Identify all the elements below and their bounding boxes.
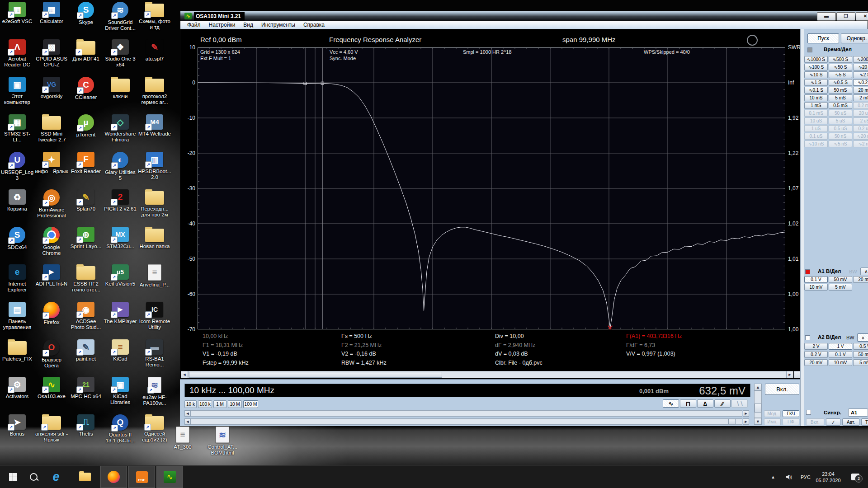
desktop-icon[interactable]: ≡Anvelina_P...: [137, 264, 172, 288]
waveform-button[interactable]: ∆: [697, 399, 713, 408]
time-div-button[interactable]: 0.1 mS: [804, 110, 828, 117]
desktop-icon[interactable]: ⎍↗Thetis: [69, 414, 103, 437]
time-div-button[interactable]: ∿10 S: [804, 71, 828, 78]
hscroll-right-arrow[interactable]: ►: [786, 371, 793, 378]
time-div-button[interactable]: 5 uS: [829, 117, 852, 124]
time-div-button[interactable]: 10 mS: [804, 94, 828, 101]
tray-language-button[interactable]: РУС: [797, 466, 815, 488]
desktop-icon[interactable]: ▦↗e2eSoft VSC: [0, 2, 34, 24]
desktop-icon[interactable]: ⚙↗Activators: [0, 377, 34, 399]
desktop-icon[interactable]: ↗Схемы, фото и тд: [137, 2, 172, 30]
single-sweep-button[interactable]: Однокр.: [841, 33, 868, 43]
frequency-range-button[interactable]: 1 M: [213, 400, 226, 408]
time-div-button[interactable]: ∿20 nS: [853, 133, 868, 140]
frequency-range-button[interactable]: 10 M: [228, 400, 242, 408]
taskbar-explorer-button[interactable]: [75, 466, 95, 488]
time-div-button[interactable]: ∿200 S: [853, 56, 868, 63]
desktop-icon[interactable]: ✎↗Splan70: [69, 189, 103, 212]
desktop-icon[interactable]: M4↗MT4 Weltrade: [137, 114, 172, 137]
a2-volts-div-button[interactable]: 0.5 V: [853, 343, 868, 350]
time-div-button[interactable]: ∿20 S: [853, 64, 868, 70]
taskbar-edge-button[interactable]: e: [47, 466, 65, 488]
waveform-button[interactable]: ⊓: [680, 399, 696, 408]
amplitude-down-arrow[interactable]: ▼: [754, 418, 762, 425]
frequency-response-plot[interactable]: [198, 47, 785, 329]
time-div-button[interactable]: 2 mS: [853, 94, 868, 101]
a2-bw-caret-button[interactable]: ∧: [857, 333, 868, 342]
pf-button[interactable]: ПФ: [783, 418, 799, 425]
level-scroll-right-arrow[interactable]: ►: [743, 418, 749, 425]
desktop-icon[interactable]: MX↗STM32Cu...: [103, 227, 137, 249]
trigger-t-button[interactable]: Т+: [861, 418, 868, 426]
desktop-icon[interactable]: U↗UR5EQF_Log 3: [0, 152, 34, 181]
maximize-button[interactable]: ❐: [836, 12, 855, 21]
desktop-icon[interactable]: C↗CCleaner: [69, 77, 103, 100]
time-div-button[interactable]: ∿10 nS: [804, 141, 828, 147]
a2-volts-div-button[interactable]: 1 V: [829, 343, 852, 350]
time-div-button[interactable]: 0.5 uS: [829, 125, 852, 132]
impulse-button[interactable]: Имп.: [764, 418, 781, 425]
tray-clock-button[interactable]: 23:04 05.07.2020: [814, 466, 843, 488]
desktop-icon[interactable]: ⊕↗Sprint-Layo...: [69, 227, 103, 249]
level-scroll-track[interactable]: [191, 418, 742, 425]
time-div-button[interactable]: 20 mS: [853, 87, 868, 94]
tray-notifications-button[interactable]: 2: [846, 466, 864, 488]
menu-item[interactable]: Вид: [239, 21, 257, 28]
desktop-icon[interactable]: Λ↗Acrobat Reader DC: [0, 39, 34, 68]
time-div-button[interactable]: ∿5 nS: [829, 141, 852, 147]
a1-volts-div-button[interactable]: 10 mV: [804, 284, 828, 291]
sync-on-button[interactable]: Вкл.: [806, 418, 824, 426]
taskbar-search-button[interactable]: [25, 466, 42, 488]
sync-source-combo[interactable]: A1: [848, 408, 868, 417]
frequency-range-button[interactable]: 10 k: [184, 400, 197, 408]
desktop-icon[interactable]: eInternet Explorer: [0, 264, 34, 293]
generator-on-button[interactable]: Вкл.: [765, 384, 799, 395]
desktop-icon[interactable]: ►↗ADI PLL Int-N: [34, 264, 69, 287]
desktop-icon[interactable]: ►↗The KMPlayer: [103, 302, 137, 324]
freq-scroll-left-arrow[interactable]: ◄: [184, 410, 191, 417]
hscroll-track[interactable]: [188, 371, 786, 378]
amplitude-up-arrow[interactable]: ▲: [754, 384, 762, 390]
desktop-icon[interactable]: ▣Этот компьютер: [0, 77, 34, 105]
a2-volts-div-button[interactable]: 50 mV: [853, 351, 868, 358]
time-div-button[interactable]: ∿500 S: [829, 56, 852, 63]
desktop-icon[interactable]: ▥↗HPSDRBoot... 2.0: [137, 152, 172, 180]
desktop-icon[interactable]: ◐↗Glary Utilities 5: [103, 152, 137, 181]
time-div-button[interactable]: 50 nS: [829, 133, 852, 140]
time-div-button[interactable]: ∿0.5 S: [829, 79, 852, 86]
time-div-button[interactable]: ∿1 S: [804, 79, 828, 86]
desktop-icon[interactable]: ▬↗RS-BA1 Remo...: [137, 339, 172, 368]
desktop-icon[interactable]: O↗Браузер Opera: [34, 339, 69, 369]
desktop-icon[interactable]: Новая папка: [137, 227, 172, 249]
desktop-icon[interactable]: ключи: [103, 77, 137, 99]
vertical-splitter[interactable]: [800, 29, 804, 426]
a2-volts-div-button[interactable]: 5 mV: [853, 359, 868, 366]
a2-channel-checkbox[interactable]: [805, 335, 810, 340]
menu-item[interactable]: Настройки: [205, 21, 240, 28]
desktop-icon[interactable]: ▦↗Calculator: [34, 2, 69, 24]
a2-volts-div-button[interactable]: 2 V: [804, 343, 828, 350]
time-div-button[interactable]: ∿1000 S: [804, 56, 828, 63]
a1-volts-div-button[interactable]: 50 mV: [829, 276, 852, 283]
time-div-button[interactable]: 50 mS: [829, 87, 852, 94]
hscroll-left-arrow[interactable]: ◄: [181, 371, 188, 378]
a2-volts-div-button[interactable]: 0.1 V: [829, 351, 852, 358]
desktop-icon[interactable]: ESSB HF2 точно отст...: [69, 264, 103, 293]
desktop-icon[interactable]: ↗Для ADF41: [69, 39, 103, 62]
time-div-button[interactable]: 1 uS: [804, 125, 828, 132]
time-div-button[interactable]: 10 uS: [804, 117, 828, 124]
menu-item[interactable]: Справка: [299, 21, 329, 28]
time-div-button[interactable]: ∿5 S: [829, 71, 852, 78]
trigger-auto-button[interactable]: Авт.: [842, 418, 859, 426]
taskbar-foxit-button[interactable]: PDF: [128, 466, 155, 488]
taskbar-osa103-button[interactable]: ∿: [156, 466, 183, 488]
a1-volts-div-button[interactable]: 5 mV: [829, 284, 852, 291]
desktop-icon[interactable]: ❖↗Studio One 3 x64: [103, 39, 137, 68]
a1-bw-caret-button[interactable]: ∧: [860, 267, 868, 275]
desktop-icon[interactable]: ▣↗KiCad Libraries: [103, 377, 137, 405]
desktop-icon[interactable]: ◎↗BurnAware Professional: [34, 189, 69, 219]
desktop-icon[interactable]: ▦↗STM32 ST-LI...: [0, 114, 34, 143]
tray-show-hidden-button[interactable]: ▴: [768, 466, 778, 488]
menu-item[interactable]: Файл: [183, 21, 205, 28]
start-button[interactable]: Пуск: [807, 33, 839, 43]
